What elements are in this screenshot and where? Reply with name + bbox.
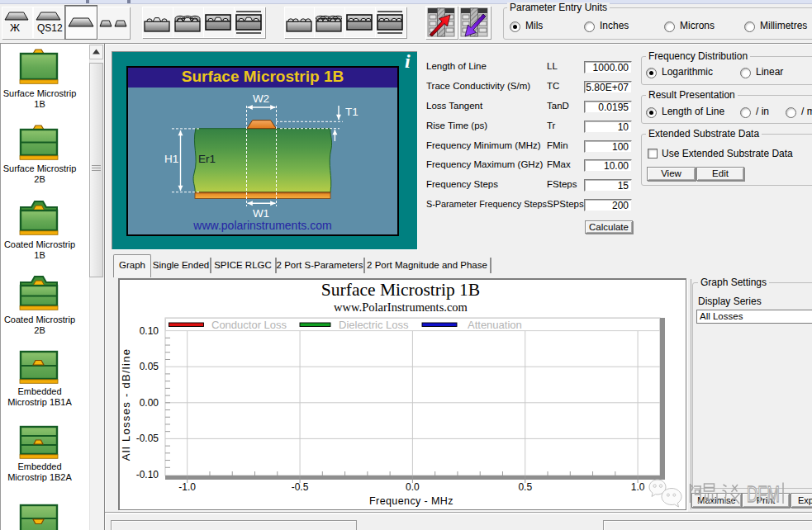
svg-text:-0.10: -0.10 — [136, 469, 159, 480]
svg-text:www.polarinstruments.com: www.polarinstruments.com — [192, 219, 331, 232]
svg-text:W1: W1 — [253, 207, 269, 220]
svg-text:0.10: 0.10 — [140, 325, 159, 337]
svg-text:-0.05: -0.05 — [136, 433, 159, 444]
svg-text:Conductor Loss: Conductor Loss — [211, 319, 287, 331]
svg-text:T1: T1 — [345, 106, 359, 118]
svg-text:-0.5: -0.5 — [292, 481, 309, 493]
svg-text:Surface Microstrip 1B: Surface Microstrip 1B — [182, 68, 344, 85]
svg-text:Ж: Ж — [10, 21, 20, 34]
svg-text:Dielectric Loss: Dielectric Loss — [339, 319, 409, 331]
svg-text:Er1: Er1 — [198, 153, 216, 165]
svg-text:1.0: 1.0 — [631, 481, 645, 493]
svg-text:W2: W2 — [253, 92, 269, 105]
svg-text:0.00: 0.00 — [140, 397, 159, 409]
svg-text:0.0: 0.0 — [406, 481, 420, 493]
svg-text:0.05: 0.05 — [140, 361, 159, 372]
svg-text:All Losses - dB/line: All Losses - dB/line — [120, 348, 132, 461]
svg-text:Attenuation: Attenuation — [468, 319, 522, 331]
svg-text:H1: H1 — [164, 153, 178, 165]
svg-text:DFM: DFM — [747, 482, 780, 507]
svg-text:0.5: 0.5 — [518, 481, 532, 493]
svg-text:QS12: QS12 — [37, 22, 63, 34]
svg-text:Frequency - MHz: Frequency - MHz — [369, 495, 453, 507]
svg-text:-1.0: -1.0 — [178, 481, 196, 493]
